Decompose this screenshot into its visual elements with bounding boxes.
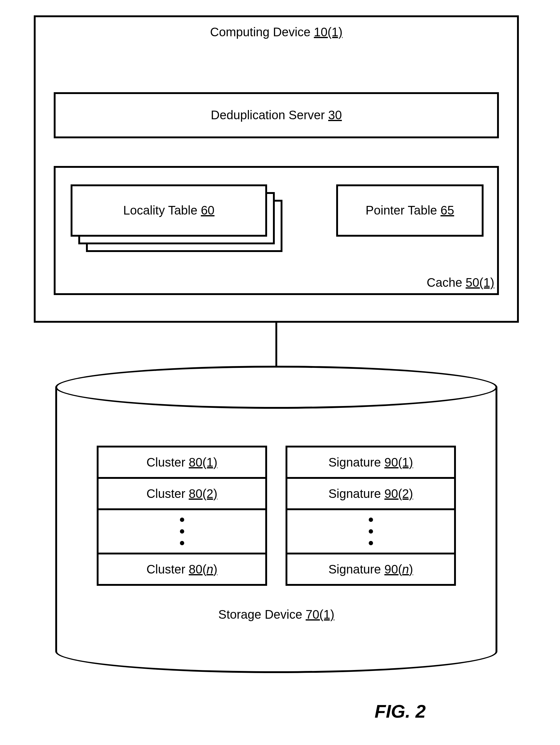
cluster-row-ellipsis [97,508,267,554]
signature-n-text: Signature [328,562,384,576]
cluster-ellipsis-icon [180,518,184,545]
cluster-2-text: Cluster [146,487,189,500]
storage-device-label-text: Storage Device [218,608,306,621]
signature-row-n: Signature 90(n) [285,553,456,586]
signature-1-text: Signature [328,455,384,469]
locality-table-label-text: Locality Table [123,203,201,217]
diagram-canvas: Computing Device 10(1) Deduplication Ser… [0,0,560,745]
dedup-server-label: Deduplication Server 30 [54,107,499,122]
locality-table-ref: 60 [201,203,215,217]
signature-n-ref: 90(n) [384,562,413,576]
dedup-server-label-text: Deduplication Server [211,108,328,122]
cluster-1-ref: 80(1) [189,455,217,469]
cluster-n-ref: 80(n) [189,562,217,576]
signature-row-1: Signature 90(1) [285,446,456,479]
signature-1-ref: 90(1) [384,455,413,469]
storage-device-label: Storage Device 70(1) [55,607,497,622]
pointer-table-label: Pointer Table 65 [336,203,484,218]
computing-device-label-text: Computing Device [210,25,314,39]
pointer-table-label-text: Pointer Table [366,203,441,217]
cache-label: Cache 50(1) [415,275,494,290]
cluster-2-ref: 80(2) [189,487,217,500]
storage-device-ref: 70(1) [306,608,334,621]
computing-device-ref: 10(1) [314,25,342,39]
pointer-table-ref: 65 [441,203,454,217]
cluster-row-2: Cluster 80(2) [97,477,267,510]
signature-ellipsis-icon [369,518,373,545]
figure-caption: FIG. 2 [375,701,426,722]
cache-label-text: Cache [427,276,466,289]
cluster-n-text: Cluster [146,562,189,576]
cluster-row-n: Cluster 80(n) [97,553,267,586]
dedup-server-ref: 30 [328,108,342,122]
signature-2-ref: 90(2) [384,487,413,500]
signature-row-ellipsis [285,508,456,554]
computing-device-label: Computing Device 10(1) [34,25,519,39]
signature-row-2: Signature 90(2) [285,477,456,510]
cluster-row-1: Cluster 80(1) [97,446,267,479]
cluster-1-text: Cluster [146,455,189,469]
signature-2-text: Signature [328,487,384,500]
cache-ref: 50(1) [466,276,494,289]
locality-table-label: Locality Table 60 [71,203,267,218]
